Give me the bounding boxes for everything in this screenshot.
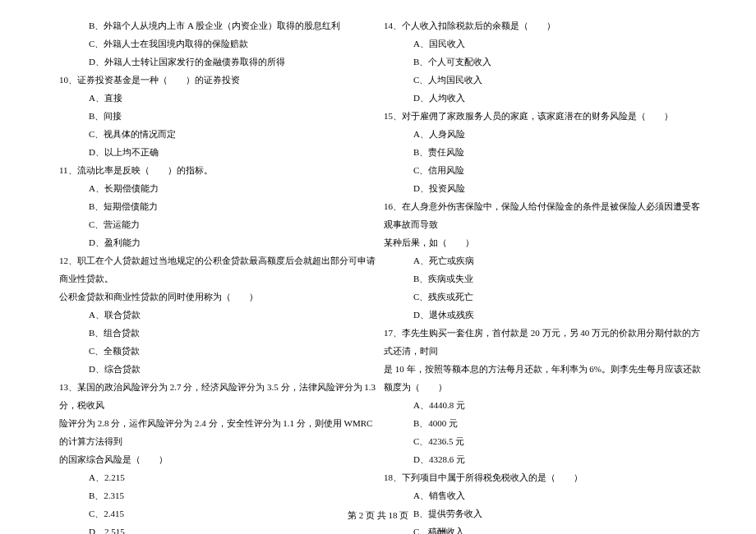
question-14: 14、个人收入扣除税款后的余额是（ ） [384,16,707,35]
question-18: 18、下列项目中属于所得税免税收入的是（ ） [384,468,707,486]
q10-option-b: B、间接 [89,107,382,125]
q14-option-d: D、人均收入 [413,89,707,107]
q16-option-b: B、疾病或失业 [413,269,707,288]
q17-option-b: B、4000 元 [413,414,707,432]
q12-option-c: C、全额贷款 [89,342,382,360]
q17-option-a: A、4440.8 元 [413,396,707,414]
q13-option-d: D、2.515 [89,522,382,534]
q14-option-b: B、个人可支配收入 [413,53,707,71]
q18-option-c: C、稿酬收入 [413,522,707,534]
q12-option-b: B、组合贷款 [89,324,382,342]
question-17-cont: 是 10 年，按照等额本息的方法每月还款，年利率为 6%。则李先生每月应该还款额… [384,360,707,396]
q10-option-c: C、视具体的情况而定 [89,125,382,143]
question-12-cont: 公积金贷款和商业性贷款的同时使用称为（ ） [59,288,382,306]
q16-option-d: D、退休或残疾 [413,306,707,324]
left-column: B、外籍个人从境内上市 A 股企业（内资企业）取得的股息红利 C、外籍人士在我国… [25,16,390,501]
q10-option-d: D、以上均不正确 [89,143,382,161]
q18-option-a: A、销售收入 [413,486,707,504]
question-11: 11、流动比率是反映（ ）的指标。 [59,161,382,179]
q13-option-a: A、2.215 [89,468,382,486]
question-10: 10、证券投资基金是一种（ ）的证券投资 [59,71,382,89]
q16-option-c: C、残疾或死亡 [413,288,707,306]
q12-option-a: A、联合贷款 [89,306,382,324]
question-15: 15、对于雇佣了家政服务人员的家庭，该家庭潜在的财务风险是（ ） [384,107,707,125]
option-b: B、外籍个人从境内上市 A 股企业（内资企业）取得的股息红利 [89,16,382,35]
question-13: 13、某国的政治风险评分为 2.7 分，经济风险评分为 3.5 分，法律风险评分… [59,378,382,414]
question-17: 17、李先生购买一套住房，首付款是 20 万元，另 40 万元的价款用分期付款的… [384,324,707,360]
q14-option-c: C、人均国民收入 [413,71,707,89]
q14-option-a: A、国民收入 [413,35,707,53]
question-13-cont2: 的国家综合风险是（ ） [59,450,382,468]
q13-option-b: B、2.315 [89,486,382,504]
q11-option-b: B、短期偿债能力 [89,197,382,215]
question-16: 16、在人身意外伤害保险中，保险人给付保险金的条件是被保险人必须因遭受客观事故而… [384,197,707,233]
q12-option-d: D、综合贷款 [89,360,382,378]
q15-option-a: A、人身风险 [413,125,707,143]
document-page: B、外籍个人从境内上市 A 股企业（内资企业）取得的股息红利 C、外籍人士在我国… [0,0,756,509]
q11-option-a: A、长期偿债能力 [89,179,382,197]
q17-option-c: C、4236.5 元 [413,432,707,450]
q18-option-b: B、提供劳务收入 [413,504,707,522]
question-12: 12、职工在个人贷款超过当地规定的公积金贷款最高额度后会就超出部分可申请商业性贷… [59,251,382,288]
q11-option-c: C、营运能力 [89,215,382,233]
q16-option-a: A、死亡或疾病 [413,251,707,269]
q13-option-c: C、2.415 [89,504,382,522]
q15-option-c: C、信用风险 [413,161,707,179]
q10-option-a: A、直接 [89,89,382,107]
question-16-cont: 某种后果，如（ ） [384,233,707,251]
q11-option-d: D、盈利能力 [89,233,382,251]
question-13-cont1: 险评分为 2.8 分，运作风险评分为 2.4 分，安全性评分为 1.1 分，则使… [59,414,382,450]
q17-option-d: D、4328.6 元 [413,450,707,468]
right-column: 14、个人收入扣除税款后的余额是（ ） A、国民收入 B、个人可支配收入 C、人… [390,16,731,501]
q15-option-d: D、投资风险 [413,179,707,197]
option-d: D、外籍人士转让国家发行的金融债券取得的所得 [89,53,382,71]
q15-option-b: B、责任风险 [413,143,707,161]
option-c: C、外籍人士在我国境内取得的保险赔款 [89,35,382,53]
